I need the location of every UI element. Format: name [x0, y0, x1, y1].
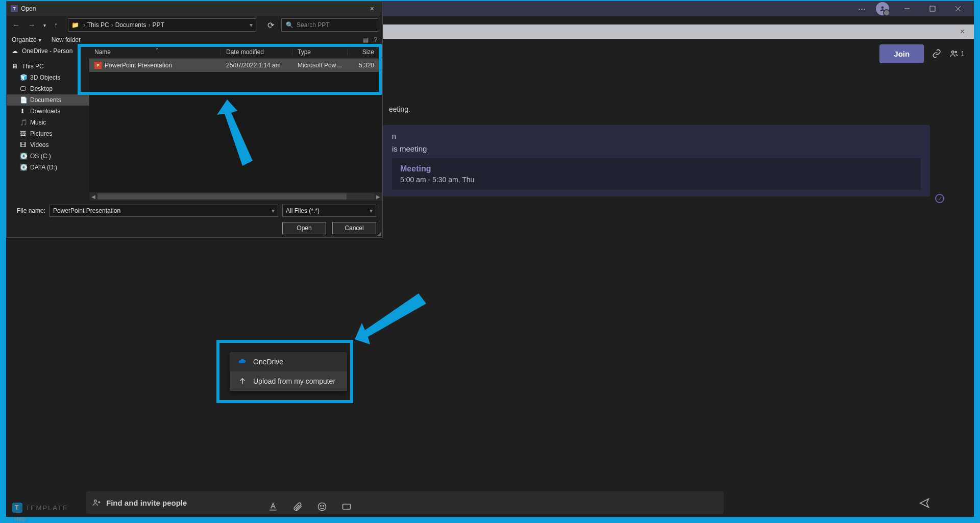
- newfolder-button[interactable]: New folder: [52, 36, 81, 43]
- file-open-dialog: T Open × ← → ▾ ↑ 📁 › This PC › Documents…: [6, 1, 383, 238]
- dialog-titlebar: T Open ×: [7, 2, 382, 16]
- nav-forward-button[interactable]: →: [26, 21, 37, 29]
- help-button[interactable]: ?: [374, 36, 377, 43]
- svg-rect-13: [343, 504, 351, 509]
- svg-point-7: [94, 500, 97, 503]
- file-type: Microsoft PowerPo...: [292, 62, 348, 69]
- attach-onedrive-label: OneDrive: [253, 358, 283, 366]
- sidebar-downloads[interactable]: ⬇Downloads: [7, 106, 89, 117]
- header-date[interactable]: Date modified: [221, 48, 292, 56]
- watermark-text: TEMPLATE: [26, 504, 68, 512]
- attach-icon[interactable]: [292, 502, 303, 512]
- meeting-strip-text: eeting.: [383, 100, 974, 120]
- filter-dropdown-icon[interactable]: ▾: [370, 207, 373, 214]
- send-icon[interactable]: [919, 497, 930, 509]
- svg-point-0: [881, 6, 884, 9]
- file-row[interactable]: PPowerPoint Presentation 25/07/2022 1:14…: [89, 59, 382, 72]
- gif-icon[interactable]: [341, 502, 352, 512]
- meeting-title: Meeting: [400, 164, 913, 173]
- watermark-icon: T: [12, 503, 22, 513]
- dialog-bottom: File name: PowerPoint Presentation▾ All …: [7, 201, 382, 238]
- filename-dropdown-icon[interactable]: ▾: [272, 207, 275, 214]
- drive-icon: 💽: [20, 153, 27, 160]
- onedrive-icon: [238, 357, 247, 366]
- more-options-button[interactable]: ···: [854, 4, 870, 14]
- pictures-icon: 🖼: [20, 130, 27, 137]
- sidebar-3dobjects[interactable]: 🧊3D Objects: [7, 72, 89, 83]
- sidebar-datad[interactable]: 💽DATA (D:): [7, 162, 89, 173]
- meeting-card-line1: n: [392, 132, 921, 140]
- dialog-nav: ← → ▾ ↑ 📁 › This PC › Documents › PPT ▾ …: [7, 16, 382, 34]
- teams-app-icon: T: [11, 5, 18, 12]
- sort-arrow-icon: ⌃: [155, 47, 159, 53]
- copy-link-button[interactable]: [932, 49, 941, 58]
- file-name: PowerPoint Presentation: [105, 62, 172, 69]
- meeting-card: n is meeting Meeting 5:00 am - 5:30 am, …: [383, 125, 930, 196]
- powerpoint-icon: P: [94, 62, 102, 69]
- chat-format-icons: [268, 502, 352, 512]
- desktop-icon: 🖵: [20, 85, 27, 92]
- attach-onedrive-item[interactable]: OneDrive: [230, 352, 347, 371]
- breadcrumb-docs[interactable]: Documents: [115, 21, 146, 29]
- breadcrumb-ppt[interactable]: PPT: [152, 21, 164, 29]
- svg-point-6: [955, 52, 957, 53]
- attach-upload-label: Upload from my computer: [253, 377, 335, 385]
- format-icon[interactable]: [268, 502, 278, 512]
- header-name[interactable]: Name⌃: [89, 48, 221, 56]
- file-date: 25/07/2022 1:14 am: [221, 62, 292, 69]
- view-button[interactable]: ▦: [363, 36, 369, 43]
- refresh-button[interactable]: ⟳: [264, 20, 277, 30]
- header-type[interactable]: Type: [292, 48, 348, 56]
- chat-input[interactable]: Find and invite people: [86, 491, 724, 514]
- folder-icon: 📁: [71, 21, 79, 29]
- join-button[interactable]: Join: [879, 44, 924, 63]
- svg-point-12: [323, 506, 324, 507]
- sidebar-music[interactable]: 🎵Music: [7, 117, 89, 128]
- svg-point-11: [321, 506, 322, 507]
- horizontal-scrollbar[interactable]: ◀ ▶: [89, 192, 382, 201]
- sidebar-onedrive[interactable]: ☁OneDrive - Person: [7, 45, 89, 57]
- cloud-icon: ☁: [12, 47, 19, 55]
- emoji-icon[interactable]: [317, 502, 327, 512]
- filetype-filter[interactable]: All Files (*.*)▾: [282, 205, 376, 217]
- people-icon: [92, 498, 101, 507]
- meeting-time: 5:00 am - 5:30 am, Thu: [400, 176, 913, 184]
- search-input[interactable]: 🔍 Search PPT: [281, 18, 378, 32]
- breadcrumb-pc[interactable]: This PC: [87, 21, 109, 29]
- filename-input[interactable]: PowerPoint Presentation▾: [50, 205, 278, 217]
- seen-indicator-icon: [935, 194, 944, 203]
- resize-grip-icon[interactable]: ◢: [377, 231, 381, 236]
- sidebar-documents[interactable]: 📄Documents: [7, 94, 89, 106]
- search-icon: 🔍: [286, 21, 293, 29]
- cube-icon: 🧊: [20, 74, 27, 81]
- open-button[interactable]: Open: [282, 222, 326, 234]
- breadcrumb-dropdown-icon[interactable]: ▾: [250, 21, 253, 29]
- minimize-button[interactable]: [895, 1, 919, 16]
- meeting-inner[interactable]: Meeting 5:00 am - 5:30 am, Thu: [392, 158, 921, 190]
- meeting-card-line2: is meeting: [392, 144, 921, 153]
- attachment-menu: OneDrive Upload from my computer: [230, 352, 347, 391]
- sidebar-thispc[interactable]: 🖥This PC: [7, 61, 89, 72]
- organize-button[interactable]: Organize▼: [12, 36, 42, 43]
- cancel-button[interactable]: Cancel: [332, 222, 376, 234]
- nav-up-button[interactable]: ↑: [52, 21, 60, 29]
- nav-recent-dropdown[interactable]: ▾: [41, 22, 48, 28]
- dialog-sidebar: ☁OneDrive - Person 🖥This PC 🧊3D Objects …: [7, 45, 89, 201]
- address-bar[interactable]: 📁 › This PC › Documents › PPT ▾: [68, 18, 256, 32]
- sidebar-osc[interactable]: 💽OS (C:): [7, 151, 89, 162]
- close-button[interactable]: [946, 1, 970, 16]
- nav-back-button[interactable]: ←: [11, 21, 22, 29]
- participants-button[interactable]: 1: [949, 49, 965, 58]
- banner-close-button[interactable]: ×: [956, 27, 969, 36]
- profile-avatar[interactable]: [876, 2, 889, 15]
- header-size[interactable]: Size: [348, 48, 382, 56]
- dialog-close-button[interactable]: ×: [366, 5, 378, 13]
- svg-point-5: [952, 51, 954, 54]
- sidebar-desktop[interactable]: 🖵Desktop: [7, 83, 89, 94]
- attach-upload-item[interactable]: Upload from my computer: [230, 371, 347, 391]
- sidebar-videos[interactable]: 🎞Videos: [7, 139, 89, 151]
- pc-icon: 🖥: [12, 63, 19, 70]
- sidebar-pictures[interactable]: 🖼Pictures: [7, 128, 89, 139]
- downloads-icon: ⬇: [20, 108, 27, 115]
- maximize-button[interactable]: [921, 1, 944, 16]
